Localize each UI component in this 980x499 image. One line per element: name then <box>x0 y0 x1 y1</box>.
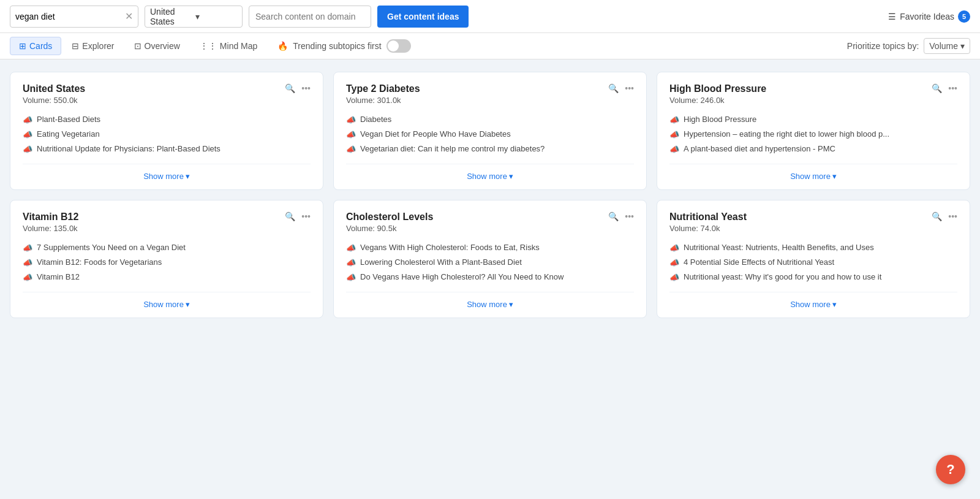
chevron-down-icon: ▾ <box>832 172 837 181</box>
trending-toggle-area: 🔥 Trending subtopics first <box>277 39 410 53</box>
card-item: 📣 Lowering Cholesterol With a Plant-Base… <box>346 257 634 267</box>
show-more-label: Show more <box>143 172 184 181</box>
clear-search-button[interactable]: ✕ <box>125 10 133 22</box>
card-title: High Blood Pressure <box>669 83 766 94</box>
explorer-tab-icon: ⊟ <box>72 41 79 51</box>
search-icon[interactable]: 🔍 <box>608 211 619 221</box>
more-options-icon[interactable]: ••• <box>301 211 311 221</box>
card-item: 📣 Do Vegans Have High Cholesterol? All Y… <box>346 272 634 282</box>
tab-mindmap[interactable]: ⋮⋮ Mind Map <box>190 37 266 55</box>
card-items: 📣 Plant-Based Diets 📣 Eating Vegetarian … <box>23 115 311 154</box>
favorite-ideas-button[interactable]: ☰ Favorite Ideas 5 <box>888 10 970 23</box>
country-selector[interactable]: United States ▾ <box>145 6 243 28</box>
show-more-label: Show more <box>790 172 831 181</box>
show-more-button[interactable]: Show more ▾ <box>669 164 957 181</box>
tab-cards[interactable]: ⊞ Cards <box>10 37 61 55</box>
chevron-down-icon: ▾ <box>195 12 237 21</box>
more-options-icon[interactable]: ••• <box>301 83 311 93</box>
card-item-text: Do Vegans Have High Cholesterol? All You… <box>360 272 564 281</box>
search-icon[interactable]: 🔍 <box>932 211 942 221</box>
card-actions: 🔍 ••• <box>608 83 634 93</box>
card-item-text: Eating Vegetarian <box>37 129 100 139</box>
megaphone-icon: 📣 <box>346 130 356 139</box>
cards-grid: United States 🔍 ••• Volume: 550.0k 📣 Pla… <box>10 72 970 318</box>
chevron-down-icon: ▾ <box>509 300 513 309</box>
megaphone-icon: 📣 <box>669 115 679 124</box>
card-header: United States 🔍 ••• <box>23 83 311 94</box>
card-items: 📣 High Blood Pressure 📣 Hypertension – e… <box>669 115 957 154</box>
card-actions: 🔍 ••• <box>932 211 957 221</box>
overview-tab-icon: ⊡ <box>134 41 141 51</box>
more-options-icon[interactable]: ••• <box>625 83 634 93</box>
search-icon[interactable]: 🔍 <box>285 211 295 221</box>
favorite-ideas-label: Favorite Ideas <box>900 12 954 21</box>
megaphone-icon: 📣 <box>669 258 679 267</box>
card-item: 📣 Diabetes <box>346 115 634 124</box>
card-actions: 🔍 ••• <box>285 83 311 93</box>
card-3: Vitamin B12 🔍 ••• Volume: 135.0k 📣 7 Sup… <box>10 200 323 318</box>
show-more-button[interactable]: Show more ▾ <box>23 292 311 309</box>
show-more-button[interactable]: Show more ▾ <box>346 292 634 309</box>
card-item-text: A plant-based diet and hypertension - PM… <box>684 144 835 153</box>
megaphone-icon: 📣 <box>23 258 32 267</box>
card-actions: 🔍 ••• <box>285 211 311 221</box>
card-item: 📣 High Blood Pressure <box>669 115 957 124</box>
more-options-icon[interactable]: ••• <box>948 211 957 221</box>
card-item: 📣 Eating Vegetarian <box>23 129 311 139</box>
card-item-text: Vegans With High Cholesterol: Foods to E… <box>360 243 540 252</box>
card-0: United States 🔍 ••• Volume: 550.0k 📣 Pla… <box>10 72 323 190</box>
card-2: High Blood Pressure 🔍 ••• Volume: 246.0k… <box>657 72 970 190</box>
chevron-down-icon: ▾ <box>186 172 190 181</box>
trending-toggle-switch[interactable] <box>386 39 411 53</box>
search-input[interactable] <box>15 12 123 21</box>
search-icon[interactable]: 🔍 <box>608 83 619 93</box>
domain-search-input[interactable] <box>249 6 371 28</box>
megaphone-icon: 📣 <box>23 145 32 154</box>
topbar: ✕ United States ▾ Get content ideas ☰ Fa… <box>0 0 980 33</box>
mindmap-tab-icon: ⋮⋮ <box>200 41 217 51</box>
tab-explorer[interactable]: ⊟ Explorer <box>62 37 123 55</box>
card-item-text: Vegetarian diet: Can it help me control … <box>360 144 545 153</box>
card-actions: 🔍 ••• <box>932 83 957 93</box>
card-actions: 🔍 ••• <box>608 211 634 221</box>
megaphone-icon: 📣 <box>669 130 679 139</box>
card-item-text: Vegan Diet for People Who Have Diabetes <box>360 129 511 139</box>
cards-tab-icon: ⊞ <box>19 41 26 51</box>
card-item-text: Vitamin B12 <box>37 272 80 281</box>
megaphone-icon: 📣 <box>669 145 679 154</box>
overview-tab-label: Overview <box>145 41 180 51</box>
card-items: 📣 Nutritional Yeast: Nutrients, Health B… <box>669 243 957 282</box>
show-more-button[interactable]: Show more ▾ <box>346 164 634 181</box>
prioritize-chevron-icon: ▾ <box>960 41 965 51</box>
more-options-icon[interactable]: ••• <box>948 83 957 93</box>
show-more-button[interactable]: Show more ▾ <box>669 292 957 309</box>
card-header: Cholesterol Levels 🔍 ••• <box>346 211 634 223</box>
show-more-label: Show more <box>467 300 507 309</box>
prioritize-value: Volume <box>929 41 958 51</box>
megaphone-icon: 📣 <box>23 273 32 282</box>
show-more-button[interactable]: Show more ▾ <box>23 164 311 181</box>
card-item: 📣 Hypertension – eating the right diet t… <box>669 129 957 139</box>
search-icon[interactable]: 🔍 <box>932 83 942 93</box>
card-volume: Volume: 90.5k <box>346 224 634 233</box>
main-content: United States 🔍 ••• Volume: 550.0k 📣 Pla… <box>0 59 980 330</box>
card-item: 📣 Vegans With High Cholesterol: Foods to… <box>346 243 634 253</box>
card-title: Type 2 Diabetes <box>346 83 420 94</box>
card-item: 📣 Vegan Diet for People Who Have Diabete… <box>346 129 634 139</box>
get-ideas-button[interactable]: Get content ideas <box>377 6 469 28</box>
explorer-tab-label: Explorer <box>82 41 114 51</box>
navtabs-right: Prioritize topics by: Volume ▾ <box>847 38 970 54</box>
card-item: 📣 A plant-based diet and hypertension - … <box>669 144 957 154</box>
card-title: United States <box>23 83 85 94</box>
megaphone-icon: 📣 <box>346 243 356 253</box>
megaphone-icon: 📣 <box>23 243 32 253</box>
card-header: Nutritional Yeast 🔍 ••• <box>669 211 957 223</box>
card-item: 📣 Nutritional Update for Physicians: Pla… <box>23 144 311 154</box>
card-item-text: High Blood Pressure <box>684 115 756 124</box>
nav-tabs: ⊞ Cards ⊟ Explorer ⊡ Overview ⋮⋮ Mind Ma… <box>0 33 980 59</box>
tab-overview[interactable]: ⊡ Overview <box>125 37 189 55</box>
chevron-down-icon: ▾ <box>186 300 190 309</box>
search-icon[interactable]: 🔍 <box>285 83 295 93</box>
prioritize-select[interactable]: Volume ▾ <box>924 38 970 54</box>
more-options-icon[interactable]: ••• <box>625 211 634 221</box>
